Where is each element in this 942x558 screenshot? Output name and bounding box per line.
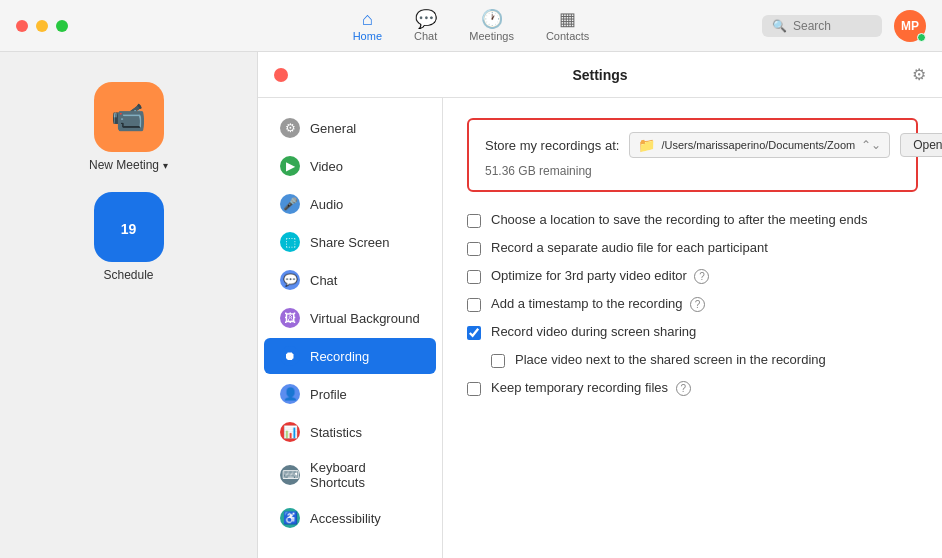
settings-main-content: Store my recordings at: 📁 /Users/marissa…: [443, 98, 942, 558]
path-arrow-icon: ⌃⌄: [861, 138, 881, 152]
settings-sidebar: ⚙ General ▶ Video 🎤 Audio ⬚ Share Screen…: [258, 98, 443, 558]
calendar-icon: 19: [121, 221, 137, 237]
record-video-sharing-label: Record video during screen sharing: [491, 324, 696, 339]
left-sidebar: 📹 New Meeting ▾ 19 Schedule: [0, 52, 258, 558]
tab-chat-label: Chat: [414, 30, 437, 42]
tab-meetings[interactable]: 🕐 Meetings: [469, 10, 514, 42]
tab-contacts[interactable]: ▦ Contacts: [546, 10, 589, 42]
share-screen-icon: ⬚: [280, 232, 300, 252]
settings-item-audio[interactable]: 🎤 Audio: [264, 186, 436, 222]
timestamp-help-icon: ?: [690, 297, 705, 312]
search-bar[interactable]: 🔍: [762, 15, 882, 37]
settings-item-accessibility[interactable]: ♿ Accessibility: [264, 500, 436, 536]
place-video-label: Place video next to the shared screen in…: [515, 352, 826, 367]
settings-panel: Settings ⚙ ⚙ General ▶ Video 🎤 Audio: [258, 52, 942, 558]
avatar[interactable]: MP: [894, 10, 926, 42]
storage-box: Store my recordings at: 📁 /Users/marissa…: [467, 118, 918, 192]
storage-row: Store my recordings at: 📁 /Users/marissa…: [485, 132, 900, 158]
main-content: 📹 New Meeting ▾ 19 Schedule Settings ⚙: [0, 52, 942, 558]
settings-close-button[interactable]: [274, 68, 288, 82]
search-icon: 🔍: [772, 19, 787, 33]
choose-location-label: Choose a location to save the recording …: [491, 212, 868, 227]
settings-item-keyboard-shortcuts[interactable]: ⌨ Keyboard Shortcuts: [264, 452, 436, 498]
dropdown-chevron-icon: ▾: [163, 160, 168, 171]
minimize-traffic-light[interactable]: [36, 20, 48, 32]
checkbox-place-video: Place video next to the shared screen in…: [491, 352, 918, 368]
general-icon: ⚙: [280, 118, 300, 138]
tab-home-label: Home: [353, 30, 382, 42]
optimize-help-icon: ?: [694, 269, 709, 284]
recording-icon: ⏺: [280, 346, 300, 366]
settings-titlebar: Settings ⚙: [258, 52, 942, 98]
video-icon: ▶: [280, 156, 300, 176]
optimize-3rdparty-checkbox[interactable]: [467, 270, 481, 284]
place-video-checkbox[interactable]: [491, 354, 505, 368]
settings-item-share-screen[interactable]: ⬚ Share Screen: [264, 224, 436, 260]
separate-audio-label: Record a separate audio file for each pa…: [491, 240, 768, 255]
checkbox-record-video-sharing: Record video during screen sharing: [467, 324, 918, 340]
settings-item-video[interactable]: ▶ Video: [264, 148, 436, 184]
fullscreen-traffic-light[interactable]: [56, 20, 68, 32]
schedule-button[interactable]: 19: [94, 192, 164, 262]
settings-item-general[interactable]: ⚙ General: [264, 110, 436, 146]
settings-item-chat[interactable]: 💬 Chat: [264, 262, 436, 298]
avatar-initials: MP: [901, 19, 919, 33]
virtual-background-icon: 🖼: [280, 308, 300, 328]
tab-home[interactable]: ⌂ Home: [353, 10, 382, 42]
schedule-wrapper: 19 Schedule: [94, 192, 164, 282]
home-icon: ⌂: [362, 10, 373, 28]
settings-item-profile[interactable]: 👤 Profile: [264, 376, 436, 412]
gear-icon[interactable]: ⚙: [912, 65, 926, 84]
audio-icon: 🎤: [280, 194, 300, 214]
folder-icon: 📁: [638, 137, 655, 153]
checkbox-optimize-3rdparty: Optimize for 3rd party video editor ?: [467, 268, 918, 284]
choose-location-checkbox[interactable]: [467, 214, 481, 228]
checkbox-timestamp: Add a timestamp to the recording ?: [467, 296, 918, 312]
keep-temp-checkbox[interactable]: [467, 382, 481, 396]
new-meeting-label: New Meeting ▾: [89, 158, 168, 172]
timestamp-checkbox[interactable]: [467, 298, 481, 312]
keep-temp-help-icon: ?: [676, 381, 691, 396]
open-button[interactable]: Open: [900, 133, 942, 157]
search-input[interactable]: [793, 19, 873, 33]
storage-space-text: 51.36 GB remaining: [485, 164, 900, 178]
new-meeting-button[interactable]: 📹: [94, 82, 164, 152]
settings-item-virtual-background[interactable]: 🖼 Virtual Background: [264, 300, 436, 336]
checkbox-choose-location: Choose a location to save the recording …: [467, 212, 918, 228]
keyboard-shortcuts-icon: ⌨: [280, 465, 300, 485]
tab-contacts-label: Contacts: [546, 30, 589, 42]
statistics-icon: 📊: [280, 422, 300, 442]
record-video-sharing-checkbox[interactable]: [467, 326, 481, 340]
camera-icon: 📹: [111, 101, 146, 134]
schedule-label: Schedule: [103, 268, 153, 282]
keep-temp-label: Keep temporary recording files ?: [491, 380, 691, 396]
meetings-icon: 🕐: [481, 10, 503, 28]
close-traffic-light[interactable]: [16, 20, 28, 32]
storage-path-selector[interactable]: 📁 /Users/marissaperino/Documents/Zoom ⌃⌄: [629, 132, 890, 158]
tab-chat[interactable]: 💬 Chat: [414, 10, 437, 42]
profile-icon: 👤: [280, 384, 300, 404]
optimize-3rdparty-label: Optimize for 3rd party video editor ?: [491, 268, 709, 284]
avatar-status-dot: [917, 33, 926, 42]
nav-tabs: ⌂ Home 💬 Chat 🕐 Meetings ▦ Contacts: [353, 10, 590, 42]
settings-item-recording[interactable]: ⏺ Recording: [264, 338, 436, 374]
contacts-icon: ▦: [559, 10, 576, 28]
settings-item-statistics[interactable]: 📊 Statistics: [264, 414, 436, 450]
separate-audio-checkbox[interactable]: [467, 242, 481, 256]
tab-meetings-label: Meetings: [469, 30, 514, 42]
titlebar: ⌂ Home 💬 Chat 🕐 Meetings ▦ Contacts 🔍 MP: [0, 0, 942, 52]
accessibility-icon: ♿: [280, 508, 300, 528]
traffic-lights: [16, 20, 68, 32]
settings-body: ⚙ General ▶ Video 🎤 Audio ⬚ Share Screen…: [258, 98, 942, 558]
checkbox-keep-temp: Keep temporary recording files ?: [467, 380, 918, 396]
chat-icon: 💬: [415, 10, 437, 28]
chat-sidebar-icon: 💬: [280, 270, 300, 290]
timestamp-label: Add a timestamp to the recording ?: [491, 296, 705, 312]
settings-title: Settings: [572, 67, 627, 83]
new-meeting-wrapper: 📹 New Meeting ▾: [89, 82, 168, 172]
storage-path-text: /Users/marissaperino/Documents/Zoom: [661, 139, 855, 151]
titlebar-right: 🔍 MP: [762, 10, 926, 42]
checkbox-separate-audio: Record a separate audio file for each pa…: [467, 240, 918, 256]
storage-label: Store my recordings at:: [485, 138, 619, 153]
